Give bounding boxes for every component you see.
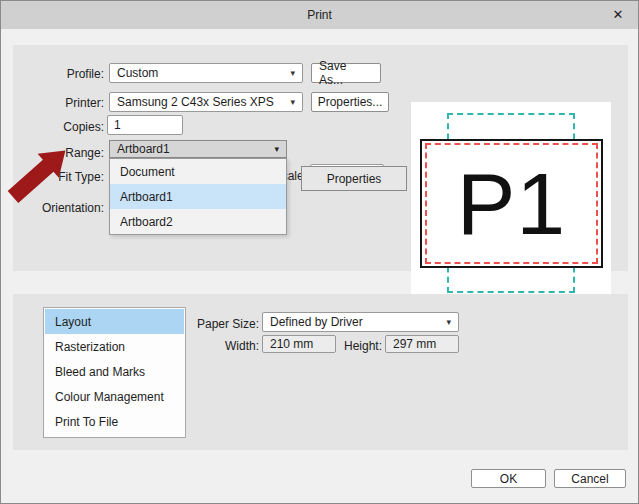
profile-select[interactable]: Custom ▾	[109, 63, 303, 83]
chevron-down-icon: ▾	[446, 317, 451, 327]
section-item-print-to-file[interactable]: Print To File	[45, 409, 184, 434]
range-value: Artboard1	[117, 142, 170, 156]
paper-size-value: Defined by Driver	[270, 315, 363, 329]
save-as-button[interactable]: Save As...	[311, 63, 381, 83]
range-dropdown-list: Document Artboard1 Artboard2	[109, 158, 287, 235]
width-value: 210 mm	[270, 337, 313, 351]
preview-page-label: P1	[420, 139, 603, 268]
printer-value: Samsung 2 C43x Series XPS	[117, 95, 274, 109]
profile-label: Profile:	[13, 67, 104, 81]
section-item-colour-management[interactable]: Colour Management	[45, 384, 184, 409]
title-bar: Print ✕	[1, 1, 638, 29]
print-settings-panel: Profile: Custom ▾ Save As... Printer: Sa…	[13, 45, 628, 271]
chevron-down-icon: ▾	[274, 144, 279, 154]
chevron-down-icon: ▾	[290, 97, 295, 107]
copies-label: Copies:	[13, 120, 104, 134]
printer-label: Printer:	[13, 96, 104, 110]
range-option-document[interactable]: Document	[110, 159, 286, 184]
range-select[interactable]: Artboard1 ▾	[109, 140, 287, 158]
paper-size-label: Paper Size:	[163, 317, 259, 331]
chevron-down-icon: ▾	[290, 68, 295, 78]
red-arrow-annotation	[1, 139, 81, 219]
printer-select[interactable]: Samsung 2 C43x Series XPS ▾	[109, 92, 303, 112]
print-preview: P1	[411, 102, 611, 307]
height-label: Height:	[313, 339, 382, 353]
close-icon[interactable]: ✕	[608, 6, 628, 24]
dialog-title: Print	[1, 8, 638, 22]
copies-input[interactable]	[107, 115, 183, 135]
print-dialog: Print ✕ Profile: Custom ▾ Save As... Pri…	[0, 0, 639, 504]
options-panel: Layout Rasterization Bleed and Marks Col…	[13, 294, 628, 450]
range-option-artboard1[interactable]: Artboard1	[110, 184, 286, 209]
ok-button[interactable]: OK	[471, 469, 546, 488]
height-field: 297 mm	[385, 335, 459, 353]
height-value: 297 mm	[393, 337, 436, 351]
width-label: Width:	[163, 339, 259, 353]
profile-value: Custom	[117, 66, 158, 80]
range-option-artboard2[interactable]: Artboard2	[110, 209, 286, 234]
paper-size-select[interactable]: Defined by Driver ▾	[262, 312, 459, 332]
cancel-button[interactable]: Cancel	[554, 469, 626, 488]
properties-tooltip[interactable]: Properties	[301, 166, 407, 191]
section-item-bleed-and-marks[interactable]: Bleed and Marks	[45, 359, 184, 384]
printer-properties-button[interactable]: Properties...	[311, 92, 389, 112]
